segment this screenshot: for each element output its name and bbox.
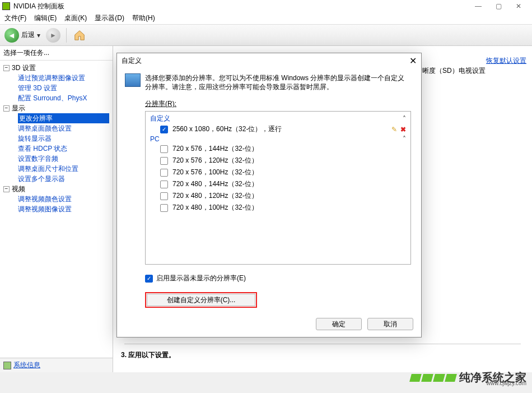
checkbox-checked[interactable]: ✓ bbox=[160, 126, 168, 133]
dialog-title-bar: 自定义 ✕ bbox=[117, 53, 421, 68]
tree-item[interactable]: 调整视频颜色设置 bbox=[18, 194, 109, 204]
monitor-icon bbox=[125, 73, 141, 87]
menu-file[interactable]: 文件(F) bbox=[4, 13, 26, 23]
toolbar-separator bbox=[66, 28, 67, 43]
toolbar: ◄ 后退 ▾ ► bbox=[0, 25, 532, 46]
tree-item[interactable]: 管理 3D 设置 bbox=[18, 83, 109, 93]
back-button[interactable]: ◄ bbox=[4, 28, 19, 43]
checkbox[interactable] bbox=[160, 169, 168, 177]
close-window-button[interactable]: ✕ bbox=[514, 2, 523, 11]
restore-defaults-link[interactable]: 恢复默认设置 bbox=[486, 56, 526, 66]
tree-item[interactable]: 调整视频图像设置 bbox=[18, 204, 109, 214]
section-custom[interactable]: 自定义˄ bbox=[150, 114, 406, 123]
edit-icon[interactable]: ✎ bbox=[391, 126, 397, 133]
resolution-label: 分辨率(R): bbox=[145, 99, 411, 109]
system-info-link[interactable]: 系统信息 bbox=[13, 360, 40, 370]
resolution-item[interactable]: 720 x 480，100Hz（32-位） bbox=[150, 202, 406, 214]
create-button-highlight: 创建自定义分辨率(C)... bbox=[145, 292, 257, 308]
maximize-button[interactable]: ▢ bbox=[494, 2, 503, 11]
tree-item[interactable]: 查看 HDCP 状态 bbox=[18, 144, 109, 154]
system-info-bar: 系统信息 bbox=[0, 358, 113, 372]
back-label: 后退 bbox=[21, 30, 35, 40]
resolution-item-custom[interactable]: ✓ 2560 x 1080，60Hz（32-位），逐行 ✎ ✖ bbox=[150, 123, 406, 135]
resolution-item[interactable]: 720 x 576，100Hz（32-位） bbox=[150, 167, 406, 178]
resolution-item[interactable]: 720 x 576，120Hz（32-位） bbox=[150, 155, 406, 167]
back-dropdown[interactable]: ▾ bbox=[37, 31, 44, 39]
checkbox[interactable] bbox=[160, 157, 168, 165]
dialog-title: 自定义 bbox=[122, 56, 142, 66]
forward-button[interactable]: ► bbox=[46, 28, 60, 43]
tree-item[interactable]: 配置 Surround、PhysX bbox=[18, 93, 109, 103]
content-divider bbox=[124, 344, 521, 344]
home-button[interactable] bbox=[72, 28, 87, 43]
tree-item[interactable]: 设置数字音频 bbox=[18, 154, 109, 164]
checkbox[interactable] bbox=[160, 181, 168, 188]
info-icon bbox=[3, 362, 11, 369]
ok-button[interactable]: 确定 bbox=[316, 318, 362, 330]
create-custom-resolution-button[interactable]: 创建自定义分辨率(C)... bbox=[147, 294, 255, 306]
tree-item-selected[interactable]: 更改分辨率 bbox=[18, 113, 109, 123]
cancel-button[interactable]: 取消 bbox=[367, 318, 413, 330]
watermark-url: www.cjwjzy.com bbox=[487, 380, 526, 386]
resolution-listbox[interactable]: 自定义˄ ✓ 2560 x 1080，60Hz（32-位），逐行 ✎ ✖ PC˄… bbox=[145, 111, 411, 265]
tree-item[interactable]: 旋转显示器 bbox=[18, 133, 109, 144]
tree-item[interactable]: 设置多个显示器 bbox=[18, 174, 109, 184]
menu-bar: 文件(F) 编辑(E) 桌面(K) 显示器(D) 帮助(H) bbox=[0, 12, 532, 25]
custom-resolution-dialog: 自定义 ✕ 选择您要添加的分辨率。您可以为不使用标准 Windows 分辨率的显… bbox=[116, 53, 422, 337]
section-pc[interactable]: PC˄ bbox=[150, 135, 406, 143]
tree-collapse-icon[interactable]: − bbox=[3, 186, 10, 192]
menu-help[interactable]: 帮助(H) bbox=[132, 13, 155, 23]
sidebar: 选择一项任务... −3D 设置 通过预览调整图像设置 管理 3D 设置 配置 … bbox=[0, 46, 113, 372]
delete-icon[interactable]: ✖ bbox=[400, 126, 406, 133]
app-icon bbox=[2, 2, 10, 10]
enable-hidden-row: ✓ 启用显示器未显示的分辨率(E) bbox=[145, 274, 411, 283]
menu-edit[interactable]: 编辑(E) bbox=[34, 13, 57, 23]
tree-group-3d: 3D 设置 bbox=[12, 63, 36, 73]
tree-collapse-icon[interactable]: − bbox=[3, 65, 10, 71]
tree-item[interactable]: 调整桌面颜色设置 bbox=[18, 123, 109, 133]
task-header: 选择一项任务... bbox=[0, 46, 113, 61]
minimize-button[interactable]: — bbox=[474, 2, 483, 11]
dialog-close-button[interactable]: ✕ bbox=[409, 56, 417, 66]
watermark-logo bbox=[410, 374, 456, 382]
menu-display[interactable]: 显示器(D) bbox=[95, 13, 124, 23]
resolution-text: 2560 x 1080，60Hz（32-位），逐行 bbox=[172, 124, 282, 134]
tree-group-video: 视频 bbox=[12, 184, 25, 194]
task-tree: −3D 设置 通过预览调整图像设置 管理 3D 设置 配置 Surround、P… bbox=[0, 61, 113, 358]
checkbox[interactable] bbox=[160, 192, 168, 200]
chevron-up-icon: ˄ bbox=[403, 115, 406, 123]
window-title-bar: NVIDIA 控制面板 — ▢ ✕ bbox=[0, 0, 532, 12]
checkbox[interactable] bbox=[160, 204, 168, 212]
menu-desktop[interactable]: 桌面(K) bbox=[64, 13, 87, 23]
resolution-item[interactable]: 720 x 480，120Hz（32-位） bbox=[150, 190, 406, 202]
resolution-item[interactable]: 720 x 576，144Hz（32-位） bbox=[150, 143, 406, 155]
tree-group-display: 显示 bbox=[12, 103, 25, 113]
chevron-up-icon: ˄ bbox=[403, 135, 406, 143]
tree-collapse-icon[interactable]: − bbox=[3, 105, 10, 112]
tree-item[interactable]: 调整桌面尺寸和位置 bbox=[18, 164, 109, 174]
enable-checkbox[interactable]: ✓ bbox=[145, 275, 153, 283]
dialog-footer: 确定 取消 bbox=[316, 318, 413, 330]
enable-label: 启用显示器未显示的分辨率(E) bbox=[156, 274, 246, 283]
watermark: 纯净系统之家 www.cjwjzy.com bbox=[410, 370, 526, 385]
dialog-description: 选择您要添加的分辨率。您可以为不使用标准 Windows 分辨率的显示器创建一个… bbox=[145, 73, 411, 91]
tree-item[interactable]: 通过预览调整图像设置 bbox=[18, 73, 109, 83]
step3-label: 3. 应用以下设置。 bbox=[121, 350, 175, 360]
resolution-item[interactable]: 720 x 480，144Hz（32-位） bbox=[150, 178, 406, 190]
window-title: NVIDIA 控制面板 bbox=[13, 2, 474, 11]
home-icon bbox=[73, 29, 86, 41]
checkbox[interactable] bbox=[160, 145, 168, 153]
